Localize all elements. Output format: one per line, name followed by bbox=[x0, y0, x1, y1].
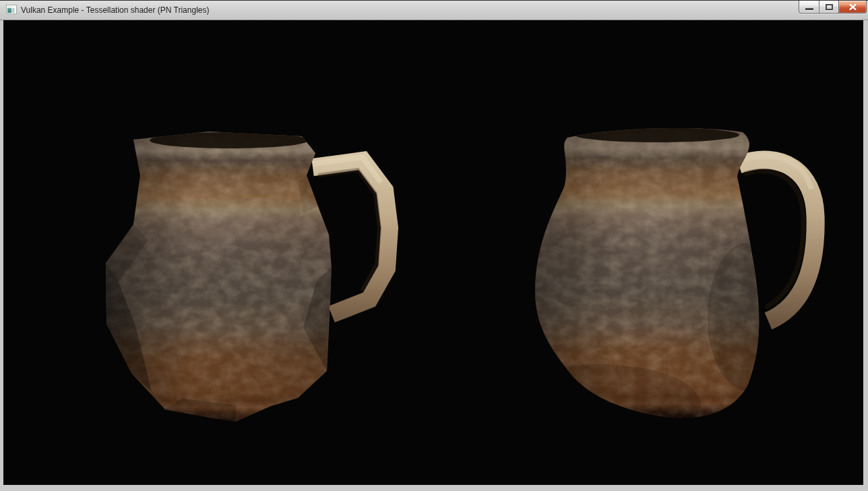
app-icon[interactable] bbox=[6, 5, 17, 14]
titlebar[interactable]: Vulkan Example - Tessellation shader (PN… bbox=[0, 1, 868, 20]
render-viewport[interactable] bbox=[3, 20, 863, 485]
window-controls bbox=[799, 1, 867, 13]
jug-low-poly bbox=[101, 125, 404, 432]
app-icon-detail bbox=[11, 8, 16, 13]
maximize-button[interactable] bbox=[819, 1, 839, 13]
close-button[interactable] bbox=[838, 1, 867, 13]
app-window: Vulkan Example - Tessellation shader (PN… bbox=[0, 0, 868, 491]
window-title: Vulkan Example - Tessellation shader (PN… bbox=[21, 5, 209, 16]
maximize-icon bbox=[826, 4, 833, 10]
jug-tessellated bbox=[526, 121, 836, 432]
minimize-icon bbox=[805, 8, 813, 10]
close-icon bbox=[848, 3, 857, 11]
minimize-button[interactable] bbox=[799, 1, 819, 13]
